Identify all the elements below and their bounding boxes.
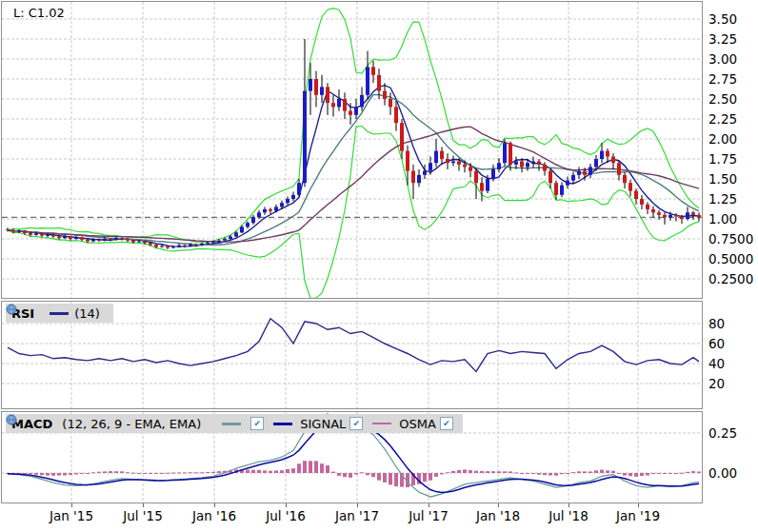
macd-title: MACD	[11, 417, 52, 431]
osma-histogram	[6, 461, 701, 487]
rsi-line-swatch	[50, 312, 69, 315]
price-axis-label: 1.50	[708, 171, 737, 187]
price-axis-label: 3.25	[708, 31, 737, 47]
time-axis-label: Jul '18	[535, 508, 602, 523]
time-axis-labels: Jan '15Jul '15Jan '16Jul '16Jan '17Jul '…	[0, 503, 758, 532]
time-axis-label: Jan '18	[465, 508, 531, 523]
price-axis-label: 1.75	[708, 151, 737, 167]
time-axis-label: Jan '17	[324, 508, 390, 523]
time-axis-tick	[71, 503, 72, 507]
right-axis-labels: 3.503.253.002.752.502.252.001.751.501.25…	[708, 0, 758, 532]
macd-params: (12, 26, 9 - EMA, EMA)	[62, 417, 201, 431]
rsi-axis-label: 20	[708, 376, 725, 391]
time-axis-tick	[214, 503, 215, 507]
osma-checkbox[interactable]: ✔	[440, 417, 453, 430]
time-axis-label: Jan '16	[181, 508, 248, 523]
price-axis-label: 2.00	[708, 131, 737, 147]
price-axis-label: 2.25	[708, 111, 737, 127]
time-axis-label: Jan '19	[605, 508, 671, 523]
time-axis-label: Jul '15	[110, 508, 176, 523]
time-axis-tick	[568, 503, 569, 507]
sma_slow-line	[8, 127, 699, 242]
rsi-line	[8, 319, 699, 372]
signal-label: SIGNAL	[300, 417, 346, 431]
rsi-params: (14)	[74, 306, 100, 321]
osma-label: OSMA	[399, 417, 436, 431]
macd-header: MACD (12, 26, 9 - EMA, EMA) ✔ SIGNAL ✔ O…	[6, 414, 463, 433]
signal-line-swatch	[273, 423, 292, 425]
time-axis-tick	[498, 503, 499, 507]
time-axis-tick	[638, 503, 639, 507]
time-axis-label: Jul '17	[395, 508, 462, 523]
macd-axis-label: 0.00	[708, 465, 737, 481]
price-axis-label: 0.7500	[708, 231, 753, 246]
time-axis-label: Jan '15	[38, 508, 105, 523]
rsi-indicator-panel: RSI (14)	[1, 301, 703, 409]
macd-indicator-panel: MACD (12, 26, 9 - EMA, EMA) ✔ SIGNAL ✔ O…	[1, 411, 703, 503]
price-axis-label: 2.75	[708, 71, 737, 87]
rsi-axis-label: 60	[708, 336, 725, 351]
macd-line-swatch	[222, 423, 241, 425]
macd-line-checkbox[interactable]: ✔	[250, 417, 264, 430]
rsi-axis-label: 80	[708, 316, 725, 331]
time-axis-tick	[429, 503, 429, 507]
price-axis-label: 3.50	[708, 11, 737, 27]
time-axis-label: Jul '16	[252, 508, 319, 523]
osma-line-swatch	[372, 423, 391, 424]
time-axis-tick	[357, 503, 358, 507]
price-chart-panel: L: C1.02	[1, 1, 703, 299]
price-chart	[2, 2, 702, 298]
time-axis-tick	[143, 503, 144, 507]
price-axis-label: 0.2500	[708, 271, 753, 286]
price-axis-label: 1.00	[708, 211, 737, 227]
price-axis-label: 2.50	[708, 91, 737, 107]
last-price-label: L: C1.02	[13, 6, 65, 20]
charting-application: L: C1.02 RSI (14) MACD (12, 26, 9 - EMA,…	[0, 0, 758, 532]
price-axis-label: 1.25	[708, 191, 737, 207]
rsi-axis-label: 40	[708, 356, 725, 371]
time-axis-tick	[286, 503, 287, 507]
macd-axis-label: 0.25	[708, 425, 737, 441]
price-axis-label: 3.00	[708, 51, 737, 67]
price-axis-label: 0.5000	[708, 251, 753, 266]
rsi-header: RSI (14)	[6, 304, 113, 323]
signal-checkbox[interactable]: ✔	[349, 417, 363, 430]
